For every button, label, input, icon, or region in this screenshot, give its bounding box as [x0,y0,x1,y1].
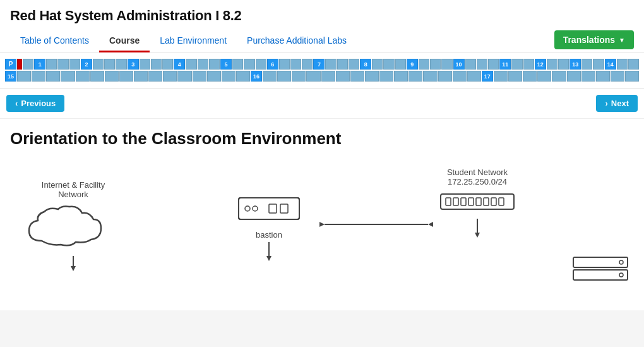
seg-1a[interactable] [23,59,33,70]
seg-r2gg[interactable] [508,71,522,82]
seg-6a[interactable] [279,59,290,70]
seg-r2bb[interactable] [423,71,437,82]
seg-8[interactable]: 8 [360,59,371,70]
seg-r2y[interactable] [379,71,393,82]
seg-r2q[interactable] [263,71,277,82]
seg-r2p[interactable] [236,71,250,82]
seg-2a[interactable] [93,59,104,70]
seg-9[interactable]: 9 [407,59,418,70]
seg-red[interactable] [17,59,22,70]
seg-r2w[interactable] [350,71,364,82]
seg-7c[interactable] [349,59,359,70]
seg-r2ff[interactable] [494,71,508,82]
seg-r2kk[interactable] [567,71,581,82]
seg-8c[interactable] [395,59,406,70]
seg-r2l[interactable] [177,71,191,82]
seg-r2t[interactable] [306,71,320,82]
seg-r2b[interactable] [32,71,45,82]
seg-r2c[interactable] [46,71,60,82]
seg-r2nn[interactable] [611,71,624,82]
translations-button[interactable]: Translations ▼ [554,30,634,49]
seg-2c[interactable] [116,59,126,70]
seg-r2x[interactable] [365,71,379,82]
seg-r2m[interactable] [193,71,206,82]
seg-10[interactable]: 10 [453,59,465,70]
seg-r2s[interactable] [292,71,306,82]
seg-14a[interactable] [617,59,628,70]
seg-5c[interactable] [256,59,266,70]
seg-6[interactable]: 6 [267,59,278,70]
previous-button[interactable]: ‹ Previous [6,95,64,112]
seg-r2i[interactable] [134,71,148,82]
seg-13b[interactable] [593,59,604,70]
seg-2b[interactable] [104,59,115,70]
next-button[interactable]: › Next [596,95,638,112]
seg-3[interactable]: 3 [128,59,139,70]
seg-r2a[interactable] [17,71,31,82]
seg-r2dd[interactable] [453,71,467,82]
tab-course[interactable]: Course [99,30,150,52]
seg-r2h[interactable] [119,71,133,82]
seg-11b[interactable] [523,59,534,70]
seg-1[interactable]: 1 [34,59,45,70]
seg-r2aa[interactable] [408,71,422,82]
seg-8b[interactable] [383,59,394,70]
seg-r2hh[interactable] [523,71,537,82]
seg-9b[interactable] [430,59,441,70]
seg-11a[interactable] [511,59,522,70]
tab-table-of-contents[interactable]: Table of Contents [10,30,99,52]
seg-17[interactable]: 17 [482,71,493,82]
seg-7[interactable]: 7 [313,59,325,70]
seg-6b[interactable] [290,59,301,70]
seg-10c[interactable] [488,59,499,70]
seg-r2e[interactable] [76,71,90,82]
seg-12b[interactable] [558,59,569,70]
seg-r2k[interactable] [163,71,177,82]
seg-14b[interactable] [628,59,639,70]
seg-11[interactable]: 11 [499,59,511,70]
seg-1c[interactable] [57,59,68,70]
seg-3a[interactable] [140,59,150,70]
seg-r2g[interactable] [105,71,119,82]
seg-r2d[interactable] [61,71,75,82]
seg-4a[interactable] [186,59,196,70]
seg-5[interactable]: 5 [220,59,232,70]
seg-r2oo[interactable] [625,71,639,82]
seg-9c[interactable] [441,59,452,70]
seg-8a[interactable] [372,59,383,70]
seg-r2jj[interactable] [552,71,566,82]
seg-r2o[interactable] [222,71,236,82]
seg-6c[interactable] [302,59,313,70]
seg-r2n[interactable] [207,71,221,82]
seg-3c[interactable] [162,59,173,70]
seg-3b[interactable] [151,59,162,70]
seg-r2v[interactable] [336,71,350,82]
seg-r2ll[interactable] [581,71,595,82]
tab-lab-environment[interactable]: Lab Environment [150,30,237,52]
seg-9a[interactable] [419,59,429,70]
seg-p[interactable]: P [5,59,16,70]
seg-7b[interactable] [337,59,348,70]
seg-13[interactable]: 13 [569,59,581,70]
seg-1b[interactable] [46,59,57,70]
seg-1d[interactable] [69,59,80,70]
seg-r2r[interactable] [277,71,291,82]
seg-5a[interactable] [232,59,243,70]
seg-r2cc[interactable] [438,71,452,82]
seg-r2f[interactable] [90,71,104,82]
seg-10a[interactable] [465,59,476,70]
seg-5b[interactable] [244,59,254,70]
seg-r2z[interactable] [394,71,408,82]
seg-4c[interactable] [209,59,220,70]
seg-4[interactable]: 4 [174,59,185,70]
seg-4b[interactable] [198,59,208,70]
seg-r2ii[interactable] [537,71,551,82]
seg-10b[interactable] [477,59,487,70]
seg-12a[interactable] [547,59,558,70]
seg-13a[interactable] [581,59,592,70]
seg-r2j[interactable] [148,71,162,82]
seg-r2u[interactable] [321,71,335,82]
tab-purchase-additional-labs[interactable]: Purchase Additional Labs [237,30,357,52]
seg-2[interactable]: 2 [81,59,92,70]
seg-7a[interactable] [325,59,336,70]
